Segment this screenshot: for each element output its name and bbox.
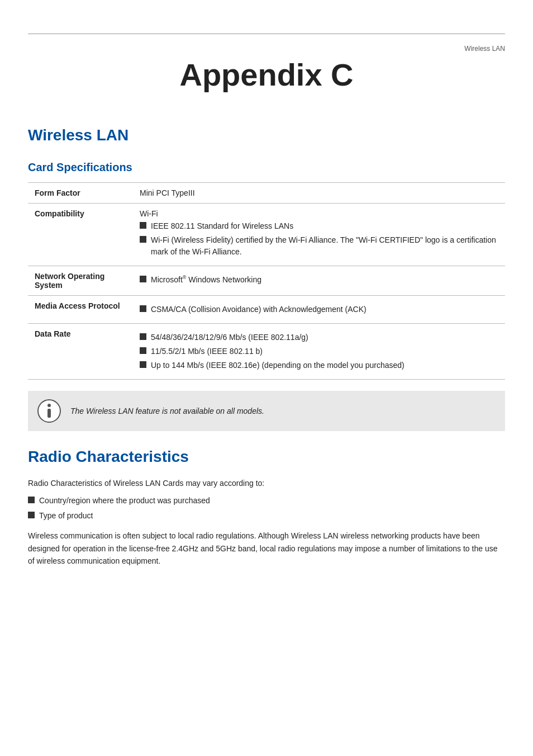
bullet-icon [140,236,146,243]
spec-label-network-os: Network Operating System [28,266,129,296]
info-note-text: The Wireless LAN feature is not availabl… [70,407,264,415]
radio-paragraph: Wireless communication is often subject … [28,530,505,567]
compatibility-wifi-text: Wi-Fi [140,209,498,218]
svg-rect-2 [47,409,51,418]
compatibility-bullets: IEEE 802.11 Standard for Wireless LANs W… [140,220,498,258]
table-row: Data Rate 54/48/36/24/18/12/9/6 Mb/s (IE… [28,324,505,380]
data-rate-bullets: 54/48/36/24/18/12/9/6 Mb/s (IEEE 802.11a… [140,332,498,371]
bullet-icon [140,305,146,312]
media-access-bullets: CSMA/CA (Collision Avoidance) with Ackno… [140,304,498,315]
page: Wireless LAN Appendix C Wireless LAN Car… [0,34,533,756]
bullet-text: Up to 144 Mb/s (IEEE 802.16e) (depending… [151,360,404,371]
wireless-lan-heading: Wireless LAN [28,126,505,144]
svg-point-1 [47,404,51,407]
spec-value-data-rate: 54/48/36/24/18/12/9/6 Mb/s (IEEE 802.11a… [129,324,505,380]
radio-characteristics-heading: Radio Characteristics [28,448,505,466]
network-os-bullets: Microsoft® Windows Networking [140,274,498,286]
bullet-icon [28,512,35,518]
list-item: 11/5.5/2/1 Mb/s (IEEE 802.11 b) [140,346,498,357]
bullet-icon [140,347,146,354]
list-item: Type of product [28,510,505,522]
spec-value-compatibility: Wi-Fi IEEE 802.11 Standard for Wireless … [129,204,505,266]
spec-value-network-os: Microsoft® Windows Networking [129,266,505,296]
list-item: Country/region where the product was pur… [28,495,505,507]
table-row: Network Operating System Microsoft® Wind… [28,266,505,296]
table-row: Form Factor Mini PCI TypeIII [28,183,505,204]
spec-label-compatibility: Compatibility [28,204,129,266]
card-specs-heading: Card Specifications [28,161,505,174]
header-label: Wireless LAN [464,45,505,53]
spec-table: Form Factor Mini PCI TypeIII Compatibili… [28,182,505,380]
radio-body: Radio Characteristics of Wireless LAN Ca… [28,477,505,568]
list-item: Wi-Fi (Wireless Fidelity) certified by t… [140,234,498,258]
radio-bullet-2: Type of product [39,510,93,522]
list-item: CSMA/CA (Collision Avoidance) with Ackno… [140,304,498,315]
bullet-text: IEEE 802.11 Standard for Wireless LANs [151,220,293,232]
table-row: Compatibility Wi-Fi IEEE 802.11 Standard… [28,204,505,266]
spec-value-form-factor: Mini PCI TypeIII [129,183,505,204]
spec-label-data-rate: Data Rate [28,324,129,380]
list-item: IEEE 802.11 Standard for Wireless LANs [140,220,498,232]
bullet-icon [140,222,146,229]
list-item: Up to 144 Mb/s (IEEE 802.16e) (depending… [140,360,498,371]
spec-label-media-access: Media Access Protocol [28,296,129,324]
table-row: Media Access Protocol CSMA/CA (Collision… [28,296,505,324]
bullet-text: Microsoft® Windows Networking [151,274,261,286]
bullet-text: Wi-Fi (Wireless Fidelity) certified by t… [151,234,498,258]
radio-intro: Radio Characteristics of Wireless LAN Ca… [28,477,505,489]
spec-label-form-factor: Form Factor [28,183,129,204]
list-item: 54/48/36/24/18/12/9/6 Mb/s (IEEE 802.11a… [140,332,498,343]
bullet-text: 11/5.5/2/1 Mb/s (IEEE 802.11 b) [151,346,263,357]
info-box: The Wireless LAN feature is not availabl… [28,391,505,431]
list-item: Microsoft® Windows Networking [140,274,498,286]
info-icon [37,399,61,423]
radio-bullet-1: Country/region where the product was pur… [39,495,210,507]
radio-bullet-list: Country/region where the product was pur… [28,495,505,522]
appendix-title: Appendix C [28,56,505,93]
spec-value-media-access: CSMA/CA (Collision Avoidance) with Ackno… [129,296,505,324]
bullet-icon [140,361,146,368]
bullet-icon [28,497,35,503]
top-rule [28,34,505,34]
bullet-text: 54/48/36/24/18/12/9/6 Mb/s (IEEE 802.11a… [151,332,308,343]
bullet-text: CSMA/CA (Collision Avoidance) with Ackno… [151,304,367,315]
bullet-icon [140,333,146,340]
bullet-icon [140,276,146,282]
